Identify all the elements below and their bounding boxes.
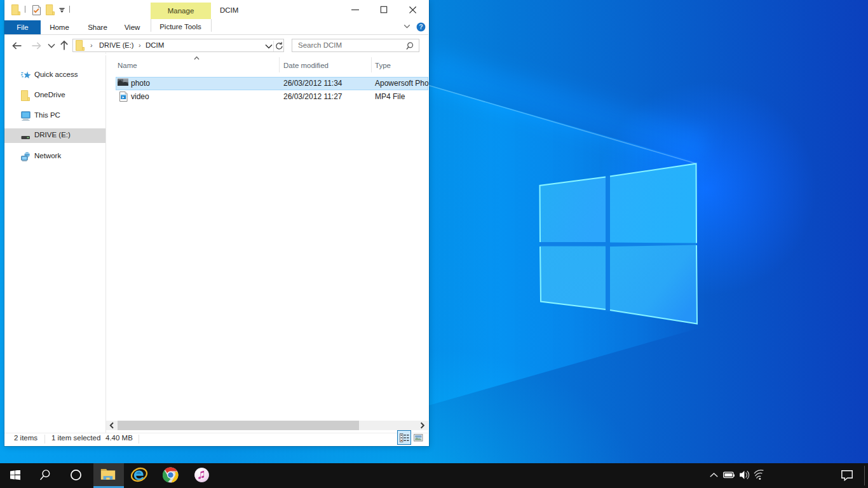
svg-text:?: ? bbox=[419, 23, 423, 30]
